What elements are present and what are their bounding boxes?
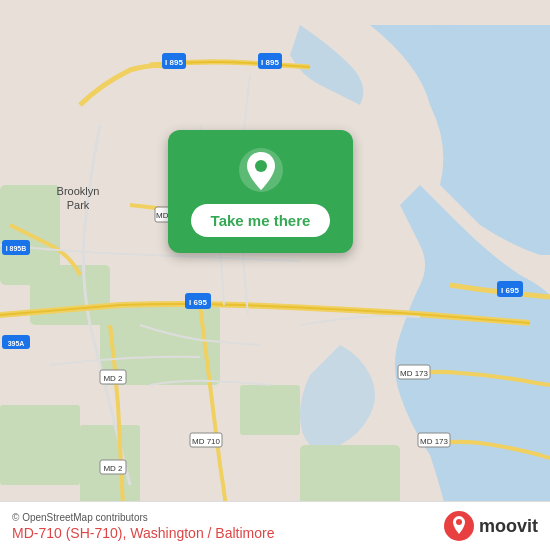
moovit-text: moovit: [479, 516, 538, 537]
svg-text:I 895: I 895: [261, 58, 279, 67]
location-label: MD-710 (SH-710), Washington / Baltimore: [12, 525, 274, 541]
svg-text:MD 2: MD 2: [103, 374, 123, 383]
svg-text:Park: Park: [67, 199, 90, 211]
bottom-left-info: © OpenStreetMap contributors MD-710 (SH-…: [12, 512, 274, 541]
svg-point-37: [456, 519, 462, 525]
svg-text:I 695: I 695: [189, 298, 207, 307]
svg-text:395A: 395A: [8, 340, 25, 347]
moovit-logo: moovit: [443, 510, 538, 542]
popup-card: Take me there: [168, 130, 353, 253]
location-pin-icon: [237, 146, 285, 194]
map-container: I 895 I 895 MD 171 I 895B MD 2 MD 2 I 69…: [0, 0, 550, 550]
svg-text:MD 173: MD 173: [400, 369, 429, 378]
svg-text:I 695: I 695: [501, 286, 519, 295]
svg-text:I 895: I 895: [165, 58, 183, 67]
svg-text:Brooklyn: Brooklyn: [57, 185, 100, 197]
svg-point-35: [255, 160, 267, 172]
svg-rect-2: [30, 265, 110, 325]
attribution-text: © OpenStreetMap contributors: [12, 512, 274, 523]
svg-text:MD 173: MD 173: [420, 437, 449, 446]
moovit-icon: [443, 510, 475, 542]
svg-text:MD 2: MD 2: [103, 464, 123, 473]
svg-text:I 895B: I 895B: [6, 245, 27, 252]
bottom-bar: © OpenStreetMap contributors MD-710 (SH-…: [0, 501, 550, 550]
svg-rect-6: [0, 405, 80, 485]
map-background: I 895 I 895 MD 171 I 895B MD 2 MD 2 I 69…: [0, 0, 550, 550]
take-me-there-button[interactable]: Take me there: [191, 204, 331, 237]
svg-rect-5: [240, 385, 300, 435]
svg-text:MD 710: MD 710: [192, 437, 221, 446]
